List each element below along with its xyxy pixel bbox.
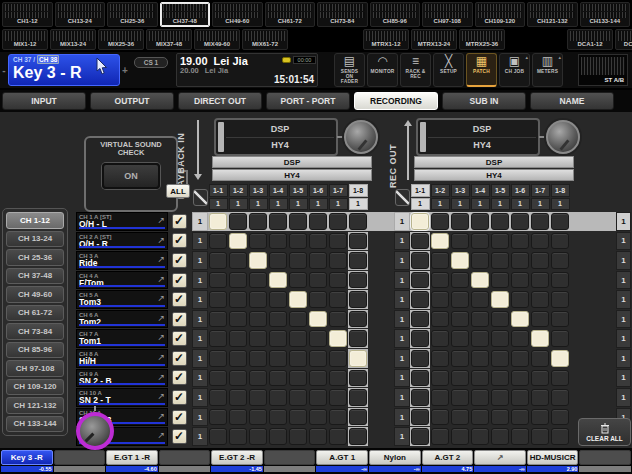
patch-cell[interactable] xyxy=(309,213,327,230)
grid-column-header[interactable]: 1-31 xyxy=(450,184,470,210)
range-button[interactable]: CH 121-132 xyxy=(6,397,64,414)
patch-cell[interactable] xyxy=(329,350,347,367)
patch-cell[interactable] xyxy=(451,272,469,289)
tab-port-port[interactable]: PORT - PORT xyxy=(266,92,350,110)
channel-name-row[interactable]: CH 3 ARide↗ xyxy=(76,251,168,270)
grid-column-header[interactable]: 1-31 xyxy=(248,184,268,210)
patch-cell[interactable] xyxy=(531,291,549,308)
patch-cell[interactable] xyxy=(349,213,367,230)
patch-cell[interactable] xyxy=(411,409,429,426)
patch-cell[interactable] xyxy=(209,428,227,445)
patch-cell[interactable] xyxy=(471,350,489,367)
patch-cell[interactable] xyxy=(411,370,429,387)
patch-cell[interactable] xyxy=(451,233,469,250)
channel-name-row[interactable]: CH 5 ATom3↗ xyxy=(76,290,168,309)
patch-cell[interactable] xyxy=(531,213,549,230)
patch-cell[interactable] xyxy=(551,233,569,250)
record-checkbox[interactable]: ✓ xyxy=(172,331,187,346)
channel-name-row[interactable]: CH 9 ASN 2 - B↗ xyxy=(76,369,168,388)
fader-strip-slot[interactable]: A.GT 24.75 xyxy=(422,448,474,474)
patch-cell[interactable] xyxy=(249,428,267,445)
ch-job-button[interactable]: ▣CH JOB▴ xyxy=(499,53,530,87)
patch-cell[interactable] xyxy=(309,272,327,289)
tab-output[interactable]: OUTPUT xyxy=(90,92,174,110)
patch-cell[interactable] xyxy=(471,428,489,445)
record-checkbox[interactable]: ✓ xyxy=(172,292,187,307)
patch-cell[interactable] xyxy=(471,233,489,250)
patch-cell[interactable] xyxy=(511,252,529,269)
patch-cell[interactable] xyxy=(471,409,489,426)
patch-cell[interactable] xyxy=(551,409,569,426)
patch-cell[interactable] xyxy=(289,350,307,367)
patch-cell[interactable] xyxy=(491,272,509,289)
patch-cell[interactable] xyxy=(551,389,569,406)
patch-cell[interactable] xyxy=(309,311,327,328)
patch-cell[interactable] xyxy=(491,350,509,367)
patch-cell[interactable] xyxy=(209,252,227,269)
patch-cell[interactable] xyxy=(209,272,227,289)
patch-cell[interactable] xyxy=(349,389,367,406)
meter-block[interactable]: MTRX25-36 xyxy=(459,29,505,50)
patch-cell[interactable] xyxy=(551,252,569,269)
meter-block[interactable]: CH85-96 xyxy=(370,2,421,27)
patch-cell[interactable] xyxy=(289,330,307,347)
meter-block[interactable]: CH97-108 xyxy=(422,2,473,27)
patch-cell[interactable] xyxy=(471,311,489,328)
patch-cell[interactable] xyxy=(309,330,327,347)
patch-cell[interactable] xyxy=(229,311,247,328)
patch-cell[interactable] xyxy=(209,311,227,328)
meter-block[interactable]: CH121-132 xyxy=(527,2,578,27)
patch-cell[interactable] xyxy=(411,213,429,230)
patch-cell[interactable] xyxy=(289,311,307,328)
patch-cell[interactable] xyxy=(511,389,529,406)
rec-output-selector[interactable]: DSP HY4 xyxy=(416,118,540,156)
clear-all-button[interactable]: CLEAR ALL xyxy=(578,418,631,446)
record-checkbox[interactable]: ✓ xyxy=(172,214,187,229)
meter-block[interactable]: MIX13-24 xyxy=(50,29,96,50)
channel-name-row[interactable]: CH 10 ASN 2 - T↗ xyxy=(76,388,168,407)
meter-block[interactable]: CH13-24 xyxy=(55,2,106,27)
range-button[interactable]: CH 37-48 xyxy=(6,268,64,285)
patch-cell[interactable] xyxy=(491,252,509,269)
patch-cell[interactable] xyxy=(289,389,307,406)
patch-cell[interactable] xyxy=(209,350,227,367)
patch-cell[interactable] xyxy=(451,252,469,269)
record-checkbox[interactable]: ✓ xyxy=(172,233,187,248)
monitor-button[interactable]: ◠MONITOR xyxy=(367,53,398,87)
patch-cell[interactable] xyxy=(229,252,247,269)
patch-cell[interactable] xyxy=(249,350,267,367)
patch-cell[interactable] xyxy=(249,311,267,328)
record-checkbox[interactable]: ✓ xyxy=(172,410,187,425)
patch-cell[interactable] xyxy=(329,330,347,347)
grid-column-header[interactable]: 1-41 xyxy=(470,184,490,210)
patch-cell[interactable] xyxy=(309,409,327,426)
patch-cell[interactable] xyxy=(329,409,347,426)
patch-cell[interactable] xyxy=(329,428,347,445)
patch-cell[interactable] xyxy=(309,252,327,269)
patch-cell[interactable] xyxy=(289,428,307,445)
record-checkbox[interactable]: ✓ xyxy=(172,312,187,327)
patch-cell[interactable] xyxy=(329,252,347,269)
patch-cell[interactable] xyxy=(329,370,347,387)
fader-strip-slot[interactable] xyxy=(54,448,106,474)
fader-strip-slot[interactable]: A.GT 1-∞ xyxy=(316,448,368,474)
patch-cell[interactable] xyxy=(289,409,307,426)
patch-cell[interactable] xyxy=(411,291,429,308)
patch-cell[interactable] xyxy=(209,389,227,406)
patch-cell[interactable] xyxy=(411,252,429,269)
tab-recording[interactable]: RECORDING xyxy=(354,92,438,110)
patch-cell[interactable] xyxy=(229,291,247,308)
patch-cell[interactable] xyxy=(411,428,429,445)
patch-cell[interactable] xyxy=(229,330,247,347)
patch-cell[interactable] xyxy=(229,409,247,426)
patch-cell[interactable] xyxy=(531,330,549,347)
meter-block[interactable]: MIX49-60 xyxy=(194,29,240,50)
patch-cell[interactable] xyxy=(329,389,347,406)
patch-cell[interactable] xyxy=(471,272,489,289)
patch-cell[interactable] xyxy=(269,213,287,230)
patch-cell[interactable] xyxy=(249,370,267,387)
patch-cell[interactable] xyxy=(269,389,287,406)
patch-cell[interactable] xyxy=(431,370,449,387)
patch-cell[interactable] xyxy=(551,428,569,445)
patch-cell[interactable] xyxy=(511,370,529,387)
